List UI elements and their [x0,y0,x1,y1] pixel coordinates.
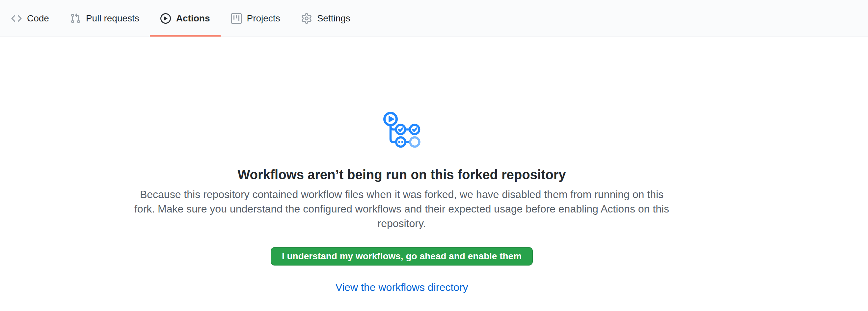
enable-workflows-button[interactable]: I understand my workflows, go ahead and … [271,247,533,266]
tab-pull-requests[interactable]: Pull requests [60,0,150,37]
link-row: View the workflows directory [0,281,803,293]
tab-label: Pull requests [86,14,139,23]
page-title: Workflows aren’t being run on this forke… [0,167,803,183]
play-icon [160,13,171,24]
workflow-graph-icon [383,111,421,148]
git-pull-request-icon [70,13,81,24]
repo-nav: Code Pull requests Actions Projects Sett… [0,0,868,37]
description-text: Because this repository contained workfl… [132,187,672,230]
tab-label: Actions [176,14,210,23]
tab-actions[interactable]: Actions [150,0,221,37]
tab-label: Code [27,14,49,23]
tab-label: Projects [247,14,280,23]
tab-projects[interactable]: Projects [221,0,291,37]
code-icon [11,13,22,24]
actions-disabled-panel: Workflows aren’t being run on this forke… [0,37,803,293]
gear-icon [301,13,312,24]
button-row: I understand my workflows, go ahead and … [0,230,803,266]
view-workflows-directory-link[interactable]: View the workflows directory [335,281,468,293]
tab-code[interactable]: Code [1,0,60,37]
tab-label: Settings [317,14,350,23]
tab-settings[interactable]: Settings [291,0,361,37]
project-icon [231,13,242,24]
